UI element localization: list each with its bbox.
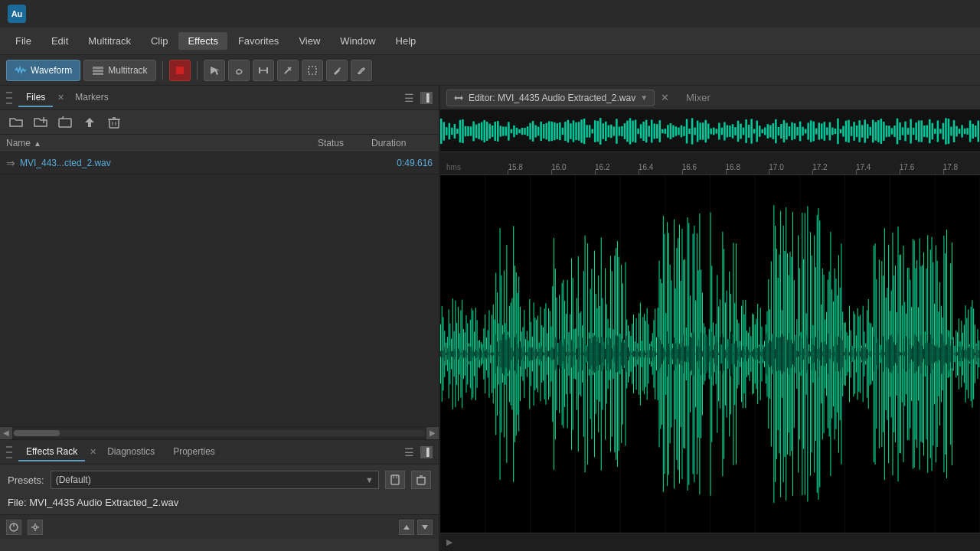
- svg-marker-33: [403, 525, 410, 530]
- scroll-left-btn[interactable]: ◀: [0, 427, 12, 439]
- scroll-right-btn[interactable]: ▶: [426, 427, 439, 439]
- files-tab-close[interactable]: ✕: [57, 93, 64, 103]
- close-file-btn[interactable]: [31, 114, 51, 131]
- record-btn[interactable]: [169, 60, 191, 81]
- files-list-header: Name ▲ Status Duration: [0, 135, 439, 152]
- presets-select[interactable]: (Default) ▼: [51, 471, 379, 489]
- svg-rect-20: [391, 475, 399, 484]
- svg-rect-12: [59, 119, 71, 127]
- editor-bottom: ▶: [440, 533, 980, 551]
- toolbar-sep1: [162, 61, 163, 80]
- effects-rack-header: Effects Rack ✕ Diagnostics Properties ☰ …: [0, 440, 439, 465]
- ruler-marker: 16.6: [682, 163, 697, 171]
- files-panel-header: Files ✕ Markers ☰ ▐: [0, 86, 439, 110]
- tab-diagnostics[interactable]: Diagnostics: [100, 443, 162, 461]
- menu-view[interactable]: View: [289, 32, 329, 50]
- ruler-marker: 15.8: [508, 163, 522, 171]
- editor-title-btn[interactable]: Editor: MVI_4435 Audio Extracted_2.wav ▼: [446, 90, 655, 106]
- time-select-tool[interactable]: [253, 60, 274, 81]
- ruler-marker: 16.8: [726, 163, 740, 171]
- menu-favorites[interactable]: Favorites: [229, 32, 288, 50]
- menu-edit[interactable]: Edit: [42, 32, 77, 50]
- pencil-tool[interactable]: [326, 60, 348, 81]
- overview-canvas: [440, 110, 980, 152]
- effects-content: Presets: (Default) ▼ File: MVI_4435 Audi…: [0, 465, 439, 514]
- lasso-tool[interactable]: [228, 60, 250, 81]
- reveal-btn[interactable]: [55, 114, 75, 131]
- effects-power-btn[interactable]: [6, 520, 21, 535]
- effects-bottom-strip: [0, 514, 439, 539]
- svg-rect-23: [417, 478, 425, 484]
- ruler-marker: 17.8: [943, 163, 958, 171]
- menu-window[interactable]: Window: [331, 32, 384, 50]
- col-duration-header[interactable]: Duration: [371, 138, 433, 148]
- tab-properties[interactable]: Properties: [165, 443, 223, 461]
- files-panel-grip[interactable]: [6, 92, 12, 104]
- svg-marker-14: [85, 118, 94, 127]
- tab-effects-rack[interactable]: Effects Rack: [18, 443, 85, 461]
- files-scrollbar[interactable]: ◀ ▶: [0, 426, 439, 439]
- ruler-marker: 16.0: [551, 163, 566, 171]
- razor-tool[interactable]: [277, 60, 299, 81]
- ruler-tick: [682, 170, 683, 174]
- ruler-marker: 17.6: [900, 163, 914, 171]
- files-panel-menu[interactable]: ☰: [404, 92, 414, 104]
- file-duration: 0:49.616: [371, 158, 433, 168]
- waveform-btn[interactable]: Waveform: [6, 60, 80, 81]
- ruler-marker: 17.2: [812, 163, 827, 171]
- effects-expand-btn[interactable]: [399, 520, 414, 535]
- left-panel: Files ✕ Markers ☰ ▐: [0, 86, 440, 551]
- svg-marker-34: [422, 525, 428, 530]
- editor-header: Editor: MVI_4435 Audio Extracted_2.wav ▼…: [440, 86, 980, 110]
- menu-help[interactable]: Help: [387, 32, 426, 50]
- ruler-marker: 16.2: [595, 163, 609, 171]
- files-toolbar: [0, 110, 439, 135]
- menu-effects[interactable]: Effects: [178, 32, 227, 50]
- audio-file-icon: ⇒: [6, 157, 15, 169]
- effects-collapse-btn[interactable]: [417, 520, 433, 535]
- ruler-tick: [726, 170, 727, 174]
- ruler-marker: 16.4: [639, 163, 653, 171]
- menu-clip[interactable]: Clip: [142, 32, 177, 50]
- list-item[interactable]: ⇒ MVI_443...cted_2.wav 0:49.616: [0, 152, 439, 174]
- effects-rack-collapse-btn[interactable]: ▐: [420, 446, 433, 458]
- panel-collapse-btn[interactable]: ▐: [420, 92, 433, 104]
- menu-multitrack[interactable]: Multitrack: [79, 32, 140, 50]
- col-name-header[interactable]: Name ▲: [6, 138, 318, 148]
- effects-rack-grip[interactable]: [6, 446, 12, 458]
- scroll-track[interactable]: [14, 430, 425, 436]
- tab-mixer[interactable]: Mixer: [678, 89, 718, 106]
- ruler-tick: [551, 170, 552, 174]
- tab-files[interactable]: Files: [18, 89, 53, 107]
- svg-point-28: [34, 526, 37, 529]
- open-file-btn[interactable]: [6, 114, 26, 131]
- brush-tool[interactable]: [351, 60, 372, 81]
- ruler-tick: [595, 170, 596, 174]
- ruler-tick: [900, 170, 900, 174]
- main-content: Files ✕ Markers ☰ ▐: [0, 86, 980, 551]
- svg-marker-4: [211, 67, 220, 75]
- editor-title: Editor: MVI_4435 Audio Extracted_2.wav: [469, 93, 635, 103]
- effects-rack-menu[interactable]: ☰: [404, 446, 414, 458]
- presets-label: Presets:: [8, 474, 44, 486]
- svg-rect-2: [93, 73, 103, 75]
- editor-close-btn[interactable]: ✕: [661, 92, 669, 103]
- marquee-tool[interactable]: [302, 60, 323, 81]
- svg-rect-1: [93, 70, 103, 72]
- import-btn[interactable]: [80, 114, 100, 131]
- save-preset-btn[interactable]: [385, 471, 405, 489]
- col-status-header[interactable]: Status: [318, 138, 371, 148]
- effects-rack-close[interactable]: ✕: [90, 447, 96, 457]
- menu-file[interactable]: File: [6, 32, 41, 50]
- menu-bar: File Edit Multitrack Clip Effects Favori…: [0, 28, 980, 55]
- waveform-main[interactable]: [440, 175, 980, 533]
- multitrack-btn[interactable]: Multitrack: [83, 60, 155, 81]
- delete-file-btn[interactable]: [104, 114, 124, 131]
- ruler-unit: hms: [446, 163, 461, 171]
- select-tool[interactable]: [204, 60, 225, 81]
- file-name: MVI_443...cted_2.wav: [20, 158, 371, 168]
- scroll-thumb[interactable]: [14, 430, 60, 436]
- effects-settings-btn[interactable]: [28, 520, 43, 535]
- delete-preset-btn[interactable]: [411, 471, 431, 489]
- tab-markers[interactable]: Markers: [67, 89, 116, 107]
